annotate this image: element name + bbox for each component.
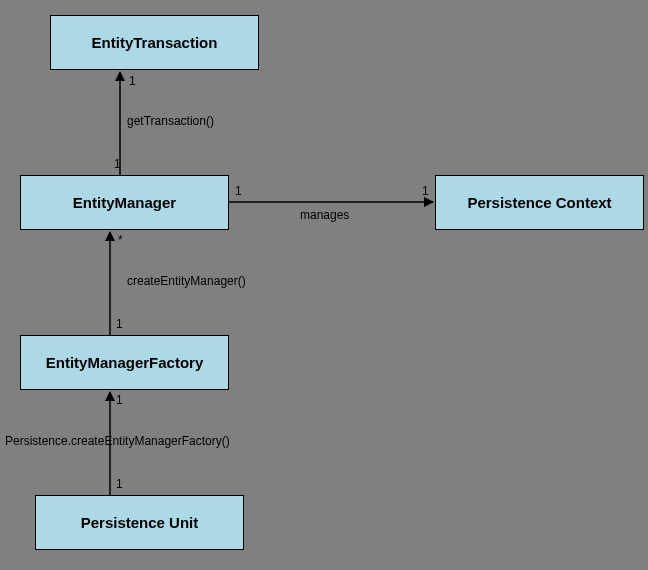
manages-label: manages (300, 208, 349, 222)
entity-manager-box: EntityManager (20, 175, 229, 230)
persistence-context-box: Persistence Context (435, 175, 644, 230)
multiplicity-pc-left: 1 (422, 184, 429, 198)
diagram-arrows (0, 0, 648, 570)
get-transaction-label: getTransaction() (127, 114, 214, 128)
persistence-unit-box: Persistence Unit (35, 495, 244, 550)
entity-transaction-box: EntityTransaction (50, 15, 259, 70)
create-entity-manager-label: createEntityManager() (127, 274, 246, 288)
multiplicity-em-top: 1 (114, 157, 121, 171)
multiplicity-et-side: 1 (129, 74, 136, 88)
multiplicity-pu-top: 1 (116, 477, 123, 491)
multiplicity-em-bottom: * (118, 233, 123, 247)
create-factory-label: Persistence.createEntityManagerFactory() (5, 434, 230, 448)
multiplicity-emf-top: 1 (116, 317, 123, 331)
entity-manager-factory-box: EntityManagerFactory (20, 335, 229, 390)
multiplicity-emf-bottom: 1 (116, 393, 123, 407)
multiplicity-em-right: 1 (235, 184, 242, 198)
